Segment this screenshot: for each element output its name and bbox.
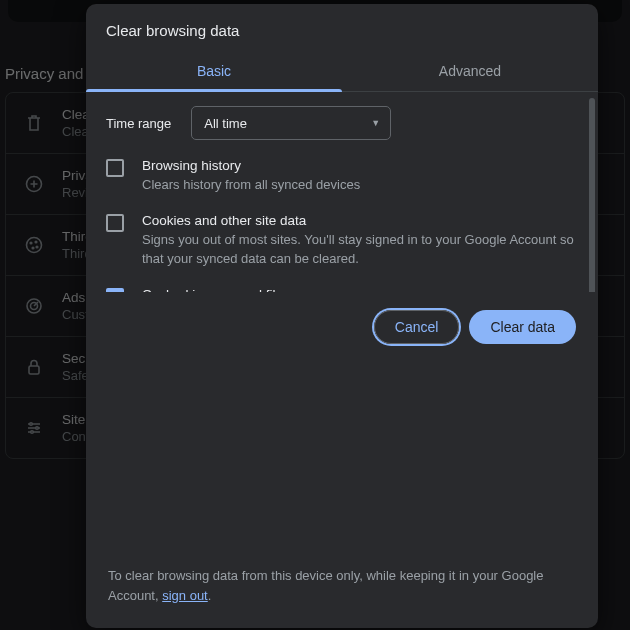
footer-note: To clear browsing data from this device … [86,562,598,628]
clear-data-button[interactable]: Clear data [469,310,576,344]
dialog-buttons: Cancel Clear data [86,292,598,362]
option-cookies: Cookies and other site data Signs you ou… [106,213,578,269]
checkbox-cookies[interactable] [106,214,124,232]
link-sign-out[interactable]: sign out [162,588,208,603]
option-desc: Clears history from all synced devices [142,175,360,195]
dialog-title: Clear browsing data [86,4,598,53]
checkbox-history[interactable] [106,159,124,177]
time-range-dropdown[interactable]: All time ▼ [191,106,391,140]
option-desc: Signs you out of most sites. You'll stay… [142,230,578,269]
time-range-row: Time range All time ▼ [106,106,578,140]
cancel-button[interactable]: Cancel [374,310,460,344]
footer-text: . [208,588,212,603]
option-cache: Cached images and files Frees up 72.1 MB… [106,287,578,292]
option-title: Cookies and other site data [142,213,578,228]
option-browsing-history: Browsing history Clears history from all… [106,158,578,195]
dialog-tabs: Basic Advanced [86,53,598,92]
chevron-down-icon: ▼ [371,118,380,128]
time-range-value: All time [204,116,247,131]
clear-browsing-data-dialog: Clear browsing data Basic Advanced Time … [86,4,598,628]
time-range-label: Time range [106,116,171,131]
checkbox-cache[interactable] [106,288,124,292]
tab-advanced[interactable]: Advanced [342,53,598,91]
tab-basic[interactable]: Basic [86,53,342,91]
option-title: Browsing history [142,158,360,173]
dialog-content: Time range All time ▼ Browsing history C… [86,92,586,292]
option-title: Cached images and files [142,287,550,292]
scrollbar[interactable] [589,98,595,292]
